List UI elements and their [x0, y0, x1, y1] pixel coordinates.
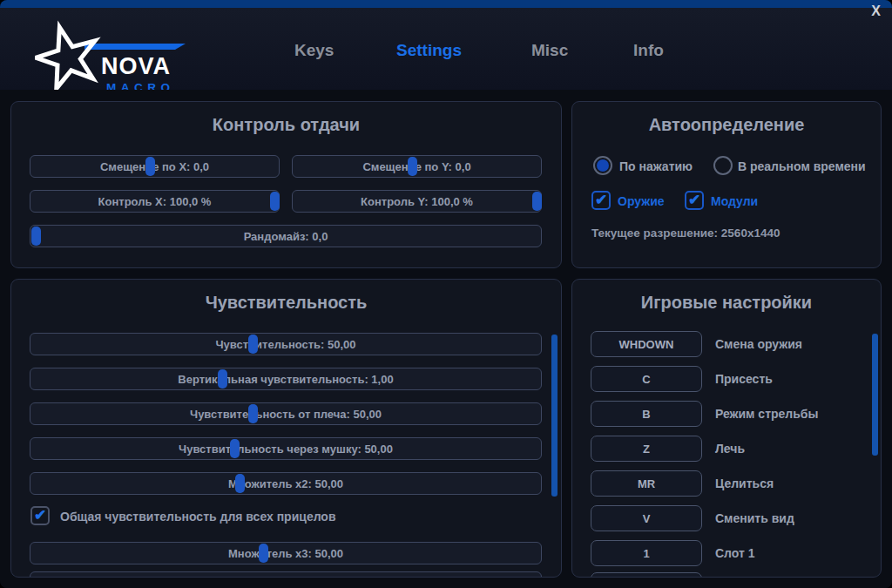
slider-thumb[interactable]	[408, 157, 417, 176]
checkbox-label[interactable]: Общая чувствительность для всех прицелов	[60, 510, 336, 524]
tab-info[interactable]: Info	[633, 41, 664, 60]
slider-label: Множитель x2: 50,00	[30, 473, 541, 494]
keybind-weapon-swap[interactable]: WHDOWN	[591, 331, 702, 357]
slider-label: Множитель x3: 50,00	[30, 543, 541, 564]
slider-thumb[interactable]	[248, 335, 258, 354]
keybind-action-label: Целиться	[715, 470, 774, 497]
logo-swoosh	[84, 44, 186, 50]
panel-title: Игровые настройки	[572, 293, 881, 313]
slider-control-x[interactable]: Контроль X: 100,0 %	[30, 190, 280, 213]
nova-macro-logo: NOVA MACRO	[35, 18, 200, 98]
keybind-action-label: Лечь	[715, 436, 745, 462]
slider-thumb[interactable]	[270, 192, 280, 211]
close-button[interactable]: X	[871, 3, 881, 19]
slider-label: Чувствительность от плеча: 50,00	[30, 403, 541, 424]
slider-thumb[interactable]	[230, 439, 240, 458]
check-icon: ✔	[595, 193, 607, 207]
keybind-prone[interactable]: Z	[591, 436, 702, 462]
slider-control-y[interactable]: Контроль Y: 100,0 %	[292, 190, 542, 213]
autodetect-panel: Автоопределение По нажатию В реальном вр…	[571, 101, 882, 268]
keybind-change-view[interactable]: V	[591, 505, 702, 531]
recoil-control-panel: Контроль отдачи Смещение по X: 0,0 Смеще…	[10, 101, 562, 268]
slider-label: Контроль X: 100,0 %	[30, 191, 279, 212]
tab-keys[interactable]: Keys	[294, 41, 334, 60]
header: NOVA MACRO Keys Settings Misc Info	[0, 8, 892, 90]
radio-label[interactable]: В реальном времени	[738, 159, 866, 173]
title-bar-strip	[0, 0, 892, 8]
tab-misc[interactable]: Misc	[531, 41, 568, 60]
checkbox-label[interactable]: Модули	[711, 194, 758, 208]
slider-offset-x[interactable]: Смещение по X: 0,0	[30, 155, 280, 178]
keybind-action-label: Присесть	[715, 366, 773, 392]
slider-shoulder-sensitivity[interactable]: Чувствительность от плеча: 50,00	[30, 402, 542, 425]
slider-label: Рандомайз: 0,0	[30, 226, 541, 247]
radio-on-press[interactable]	[593, 156, 612, 175]
radio-label[interactable]: По нажатию	[619, 159, 693, 173]
game-settings-panel: Игровые настройки WHDOWN Смена оружия C …	[571, 279, 882, 578]
clipped-keybind-row	[591, 572, 702, 578]
radio-realtime[interactable]	[713, 156, 733, 175]
tab-settings[interactable]: Settings	[396, 41, 462, 60]
slider-randomize[interactable]: Рандомайз: 0,0	[30, 225, 542, 247]
keybind-fire-mode[interactable]: B	[591, 401, 702, 427]
content-area: Контроль отдачи Смещение по X: 0,0 Смеще…	[0, 90, 892, 588]
checkbox-weapon[interactable]: ✔	[591, 191, 611, 210]
keybind-aim[interactable]: MR	[591, 470, 702, 497]
keybind-slot-1[interactable]: 1	[591, 540, 702, 566]
logo-text-nova: NOVA	[101, 53, 171, 79]
app-window: NOVA MACRO Keys Settings Misc Info X Кон…	[0, 0, 892, 588]
slider-label: Чувствительность: 50,00	[30, 334, 541, 355]
slider-offset-y[interactable]: Смещение по Y: 0,0	[292, 155, 542, 178]
slider-thumb[interactable]	[218, 369, 227, 389]
slider-thumb[interactable]	[235, 474, 245, 493]
slider-vertical-sensitivity[interactable]: Вертикальная чувствительность: 1,00	[30, 368, 542, 390]
slider-label: Чувствительность через мушку: 50,00	[30, 438, 541, 459]
slider-ironsight-sensitivity[interactable]: Чувствительность через мушку: 50,00	[30, 437, 542, 460]
slider-multiplier-x3[interactable]: Множитель x3: 50,00	[30, 542, 542, 564]
sensitivity-panel: Чувствительность Чувствительность: 50,00…	[10, 279, 562, 578]
checkbox-modules[interactable]: ✔	[685, 191, 704, 210]
clipped-slider-row	[30, 571, 542, 578]
keybind-action-label: Слот 1	[715, 540, 755, 566]
scrollbar[interactable]	[872, 334, 878, 456]
slider-thumb[interactable]	[259, 544, 268, 563]
checkbox-global-sensitivity[interactable]: ✔	[30, 506, 50, 525]
star-icon	[36, 27, 95, 88]
slider-thumb[interactable]	[31, 226, 41, 246]
slider-label: Контроль Y: 100,0 %	[293, 191, 541, 212]
slider-thumb[interactable]	[532, 192, 542, 211]
keybind-action-label: Сменить вид	[715, 505, 794, 531]
check-icon: ✔	[34, 508, 46, 523]
slider-label: Вертикальная чувствительность: 1,00	[30, 368, 541, 389]
slider-sensitivity[interactable]: Чувствительность: 50,00	[30, 333, 542, 355]
slider-multiplier-x2[interactable]: Множитель x2: 50,00	[30, 472, 542, 495]
keybind-crouch[interactable]: C	[591, 366, 702, 392]
panel-title: Чувствительность	[11, 293, 561, 313]
keybind-action-label: Режим стрельбы	[715, 401, 818, 427]
check-icon: ✔	[688, 193, 700, 207]
keybind-action-label: Смена оружия	[715, 331, 802, 357]
scrollbar[interactable]	[551, 335, 558, 497]
slider-thumb[interactable]	[248, 404, 258, 423]
checkbox-label[interactable]: Оружие	[618, 194, 665, 208]
slider-thumb[interactable]	[145, 157, 155, 176]
current-resolution-text: Текущее разрешение: 2560x1440	[591, 226, 780, 240]
panel-title: Автоопределение	[572, 115, 881, 135]
panel-title: Контроль отдачи	[11, 115, 561, 135]
